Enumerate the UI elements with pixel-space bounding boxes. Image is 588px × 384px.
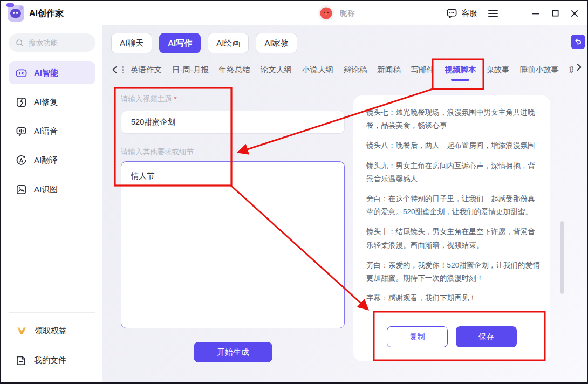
main-tabs: AI聊天AI写作AI绘画AI家教 <box>111 33 297 53</box>
minimize-button[interactable] <box>530 8 542 19</box>
sidebar-item-ai-voice[interactable]: AI语音 <box>9 120 95 142</box>
search-icon <box>15 38 24 47</box>
result-paragraph: 旁白：在这个特别的日子里，让我们一起感受那份真挚的爱意。520甜蜜企划，让我们的… <box>366 193 542 218</box>
result-paragraph: 镜头八：晚餐后，两人一起布置房间，增添浪漫氛围 <box>366 139 542 152</box>
video-topic-input[interactable] <box>121 111 345 134</box>
category-tab[interactable]: 睡前小故事 <box>520 65 559 75</box>
benefits-vip-icon <box>16 325 28 337</box>
sidebar-item-label: AI翻译 <box>34 155 58 166</box>
main-area: AI聊天AI写作AI绘画AI家教 英语作文日-周-月报年终总结论文大纲小说大纲辩… <box>102 25 587 382</box>
categories-scroll-right-button[interactable] <box>576 63 583 73</box>
category-row-divider <box>119 86 587 86</box>
maximize-icon <box>551 9 559 17</box>
result-actions: 复制 保存 <box>353 326 550 347</box>
app-window: AI创作家 昵称 <box>0 0 588 384</box>
ai-smart-icon <box>16 67 27 79</box>
result-panel: 镜头七：烛光晚餐现场，浪漫氛围中男女主角共进晚餐，品尝美食，畅谈心事镜头八：晚餐… <box>353 95 550 361</box>
category-list: 英语作文日-周-月报年终总结论文大纲小说大纲辩论稿新闻稿写邮件视频脚本鬼故事睡前… <box>131 65 573 75</box>
logo-badge <box>6 3 14 7</box>
sidebar-nav: AI智能 AI修复 <box>9 61 95 207</box>
close-icon <box>570 9 579 18</box>
undo-button[interactable] <box>571 35 585 49</box>
chevron-left-icon <box>111 66 118 74</box>
user-chip[interactable]: 昵称 <box>318 5 355 21</box>
sidebar-item-benefits[interactable]: 领取权益 <box>9 319 95 342</box>
app-logo-icon <box>8 5 24 22</box>
main-tab[interactable]: AI家教 <box>256 33 297 53</box>
chevron-right-icon <box>576 63 583 71</box>
ai-translate-icon <box>16 155 27 166</box>
ai-image-recognition-icon <box>16 184 27 195</box>
scrollbar-thumb[interactable] <box>560 221 564 294</box>
topic-label: 请输入视频主题* <box>121 94 177 104</box>
categories-scroll-left-button[interactable] <box>111 66 118 74</box>
result-paragraph: 字幕：感谢观看，我们下期再见！ <box>366 292 542 305</box>
category-tab[interactable]: 新闻稿 <box>377 65 401 75</box>
ai-repair-icon <box>16 97 27 108</box>
result-paragraph: 镜头十：结尾镜头，男女主角在星空下许愿，背景音乐轻柔浪漫。画面渐暗，视频结束。 <box>366 225 542 251</box>
copy-button[interactable]: 复制 <box>387 326 448 347</box>
category-tab[interactable]: 鬼故事 <box>486 65 510 75</box>
category-tab[interactable]: 辩论稿 <box>344 65 367 75</box>
ai-voice-icon <box>16 126 27 137</box>
minimize-icon <box>531 9 540 18</box>
result-paragraph: 旁白：亲爱的，我爱你！520甜蜜企划，让我们的爱情更加甜蜜。期待下一次的浪漫时刻… <box>366 259 542 285</box>
nickname-label: 昵称 <box>340 9 355 18</box>
sidebar: AI智能 AI修复 <box>1 25 102 382</box>
logo-ear <box>19 6 23 10</box>
logo-robot-face <box>10 9 21 18</box>
undo-arrow-icon <box>573 37 583 46</box>
document-icon <box>16 355 27 366</box>
sidebar-item-label: AI智能 <box>34 68 58 78</box>
main-tab[interactable]: AI绘画 <box>208 33 249 53</box>
chat-bubble-icon <box>446 8 457 19</box>
detail-textarea[interactable]: 情人节 <box>121 161 345 328</box>
category-tab[interactable]: 视频脚本 <box>445 65 476 75</box>
result-paragraph: 镜头七：烛光晚餐现场，浪漫氛围中男女主角共进晚餐，品尝美食，畅谈心事 <box>366 106 542 132</box>
titlebar: AI创作家 昵称 <box>1 1 587 25</box>
close-button[interactable] <box>569 8 580 19</box>
sidebar-item-ai-translate[interactable]: AI翻译 <box>9 149 95 172</box>
result-paragraph: 镜头九：男女主角在房间内互诉心声，深情拥抱，背景音乐温馨感人 <box>366 160 542 186</box>
main-tab[interactable]: AI聊天 <box>111 33 152 53</box>
sidebar-item-label: AI语音 <box>34 126 58 136</box>
support-button[interactable]: 客服 <box>446 8 477 19</box>
sidebar-item-ai-repair[interactable]: AI修复 <box>9 91 95 113</box>
generate-button[interactable]: 开始生成 <box>194 342 272 362</box>
maximize-button[interactable] <box>549 8 561 19</box>
logo-eye <box>16 12 18 14</box>
sidebar-footer: 领取权益 我的文件 <box>9 312 95 379</box>
required-asterisk: * <box>174 95 177 103</box>
category-tab[interactable]: 年终总结 <box>219 65 250 75</box>
category-tab[interactable]: 论文大纲 <box>261 65 292 75</box>
sidebar-item-label: 领取权益 <box>35 326 67 336</box>
category-tab[interactable]: 疯狂 <box>569 65 573 75</box>
avatar-bird-icon <box>318 5 334 21</box>
sidebar-item-label: AI识图 <box>34 184 58 195</box>
save-button[interactable]: 保存 <box>456 326 517 347</box>
category-tab[interactable]: 英语作文 <box>131 65 162 75</box>
sidebar-divider <box>9 312 95 313</box>
result-text: 镜头七：烛光晚餐现场，浪漫氛围中男女主角共进晚餐，品尝美食，畅谈心事镜头八：晚餐… <box>366 106 542 305</box>
main-tab[interactable]: AI写作 <box>159 33 201 53</box>
sidebar-item-ai-image[interactable]: AI识图 <box>9 178 95 201</box>
detail-label: 请输入其他要求或细节 <box>121 147 194 157</box>
category-tabs-row: 英语作文日-周-月报年终总结论文大纲小说大纲辩论稿新闻稿写邮件视频脚本鬼故事睡前… <box>102 58 573 81</box>
avatar[interactable] <box>318 5 334 21</box>
support-label: 客服 <box>462 8 477 18</box>
categories-drag-handle-icon[interactable] <box>122 66 124 73</box>
logo-eye <box>13 12 15 14</box>
search-input[interactable] <box>29 39 88 47</box>
titlebar-divider <box>511 8 511 19</box>
sidebar-item-label: 我的文件 <box>34 355 66 366</box>
category-tab[interactable]: 日-周-月报 <box>172 65 209 75</box>
category-tab[interactable]: 写邮件 <box>411 65 435 75</box>
sidebar-item-label: AI修复 <box>34 97 58 107</box>
sidebar-item-my-files[interactable]: 我的文件 <box>9 349 95 372</box>
app-title: AI创作家 <box>29 1 64 25</box>
sidebar-item-ai-smart[interactable]: AI智能 <box>9 61 95 84</box>
category-tab[interactable]: 小说大纲 <box>302 65 333 75</box>
menu-hamburger-icon[interactable] <box>486 8 500 19</box>
search-box[interactable] <box>9 33 95 52</box>
